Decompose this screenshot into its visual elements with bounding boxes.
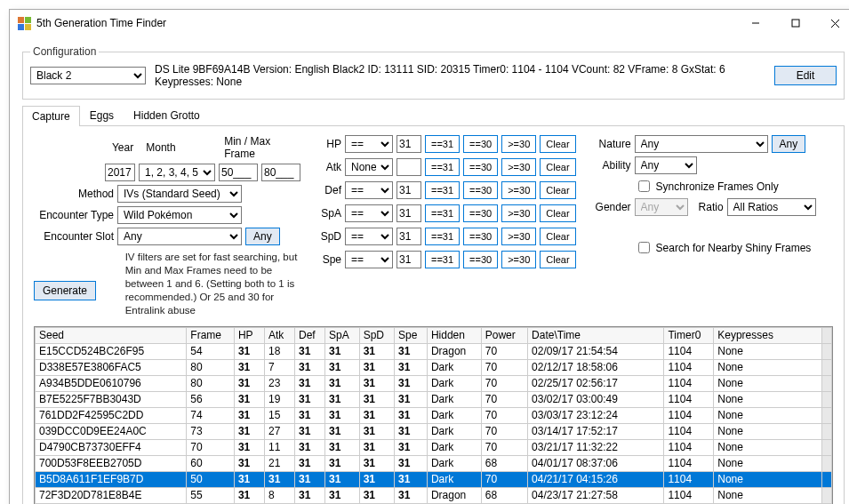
slot-any-button[interactable]: Any	[245, 228, 280, 245]
close-button[interactable]	[815, 11, 849, 36]
profile-select[interactable]: Black 2	[30, 67, 146, 84]
iv-spe-eq30[interactable]: ==30	[463, 251, 498, 268]
generate-button[interactable]: Generate	[34, 281, 96, 300]
col-frame[interactable]: Frame	[187, 327, 235, 343]
ability-select[interactable]: Any	[635, 156, 697, 174]
iv-def-ge30[interactable]: >=30	[501, 181, 536, 199]
ratio-select[interactable]: All Ratios	[727, 198, 816, 216]
iv-spa-eq30[interactable]: ==30	[463, 204, 498, 222]
svg-rect-1	[792, 20, 799, 27]
col-def[interactable]: Def	[295, 327, 325, 343]
tab-hidden-grotto[interactable]: Hidden Grotto	[124, 105, 210, 125]
shiny-frames-checkbox[interactable]	[638, 242, 650, 253]
iv-spa-clear[interactable]: Clear	[540, 204, 575, 222]
method-label: Method	[34, 188, 114, 200]
col-timer0[interactable]: Timer0	[664, 327, 714, 343]
iv-atk-value[interactable]	[396, 158, 421, 176]
iv-def-eq30[interactable]: ==30	[463, 181, 498, 199]
table-row[interactable]: 700D53F8EEB2705D60312131313131Dark6804/0…	[36, 455, 832, 471]
iv-atk-eq31[interactable]: ==31	[425, 158, 460, 176]
ability-label: Ability	[592, 159, 631, 172]
table-row[interactable]: A934B5DDE061079680312331313131Dark7002/2…	[36, 375, 832, 391]
encounter-type-select[interactable]: Wild Pokémon	[117, 206, 242, 224]
sync-frames-checkbox[interactable]	[638, 180, 650, 192]
iv-spa-eq31[interactable]: ==31	[425, 204, 460, 222]
max-frame-input[interactable]	[261, 164, 300, 181]
iv-hp-label: HP	[316, 138, 341, 150]
iv-def-label: Def	[316, 184, 341, 196]
iv-hp-value[interactable]	[396, 135, 421, 153]
iv-spd-value[interactable]	[396, 228, 421, 245]
iv-def-op[interactable]: ==	[345, 181, 393, 199]
iv-def-clear[interactable]: Clear	[540, 181, 575, 199]
table-row[interactable]: 72F3D20D781E8B4E5531831313131Dragon6804/…	[36, 487, 832, 503]
iv-def-value[interactable]	[396, 181, 421, 199]
edit-button[interactable]: Edit	[774, 66, 837, 85]
iv-atk-label: Atk	[316, 161, 341, 173]
shiny-frames-label: Search for Nearby Shiny Frames	[656, 242, 812, 254]
table-row[interactable]: 761DD2F42595C2DD74311531313131Dark7003/0…	[36, 407, 832, 423]
minimize-button[interactable]	[735, 11, 775, 36]
iv-spe-clear[interactable]: Clear	[540, 251, 575, 268]
iv-spa-ge30[interactable]: >=30	[501, 204, 536, 222]
iv-spe-eq31[interactable]: ==31	[425, 251, 460, 268]
col-date-time[interactable]: Date\Time	[528, 327, 664, 343]
app-icon	[17, 16, 31, 30]
frame-label: Min / Max Frame	[224, 135, 300, 160]
encounter-slot-label: Encounter Slot	[34, 230, 114, 243]
configuration-group: Configuration Black 2 DS Lite 9BF69A14B …	[22, 45, 845, 100]
encounter-slot-select[interactable]: Any	[117, 228, 242, 245]
col-hp[interactable]: HP	[234, 327, 264, 343]
iv-spa-op[interactable]: ==	[345, 204, 393, 222]
year-input[interactable]	[105, 164, 135, 181]
iv-spa-value[interactable]	[396, 204, 421, 222]
iv-spe-op[interactable]: ==	[345, 251, 393, 268]
nature-select[interactable]: Any	[635, 135, 768, 153]
iv-atk-clear[interactable]: Clear	[540, 158, 575, 176]
iv-spe-ge30[interactable]: >=30	[501, 251, 536, 268]
iv-spd-label: SpD	[316, 230, 341, 243]
col-hidden[interactable]: Hidden	[427, 327, 481, 343]
iv-spd-ge30[interactable]: >=30	[501, 228, 536, 245]
iv-atk-op[interactable]: None	[345, 158, 393, 176]
col-spd[interactable]: SpD	[359, 327, 394, 343]
encounter-type-label: Encounter Type	[34, 209, 114, 221]
min-frame-input[interactable]	[219, 164, 258, 181]
iv-spd-clear[interactable]: Clear	[540, 228, 575, 245]
table-row[interactable]: D338E57E3806FAC58031731313131Dark7002/12…	[36, 359, 832, 375]
tab-eggs[interactable]: Eggs	[80, 105, 124, 125]
col-spe[interactable]: Spe	[394, 327, 427, 343]
iv-spd-op[interactable]: ==	[345, 228, 393, 245]
iv-atk-ge30[interactable]: >=30	[501, 158, 536, 176]
table-row[interactable]: 039DCC0D9EE24A0C73312731313131Dark7003/1…	[36, 423, 832, 439]
iv-spd-eq31[interactable]: ==31	[425, 228, 460, 245]
iv-hp-eq30[interactable]: ==30	[463, 135, 498, 153]
col-power[interactable]: Power	[481, 327, 527, 343]
col-spa[interactable]: SpA	[325, 327, 360, 343]
sync-frames-label: Synchronize Frames Only	[656, 180, 779, 193]
table-row[interactable]: B7E5225F7BB3043D56311931313131Dark7003/0…	[36, 391, 832, 407]
table-row[interactable]: D4790CB73730EFF470311131313131Dark7003/2…	[36, 439, 832, 455]
iv-hp-eq31[interactable]: ==31	[425, 135, 460, 153]
iv-spa-label: SpA	[316, 207, 341, 220]
method-select[interactable]: IVs (Standard Seed)	[117, 185, 242, 203]
nature-any-button[interactable]: Any	[772, 135, 806, 153]
iv-atk-eq30[interactable]: ==30	[463, 158, 498, 176]
iv-spe-label: Spe	[316, 253, 341, 266]
col-keypresses[interactable]: Keypresses	[714, 327, 822, 343]
iv-spe-value[interactable]	[396, 251, 421, 268]
iv-def-eq31[interactable]: ==31	[425, 181, 460, 199]
col-atk[interactable]: Atk	[264, 327, 294, 343]
profile-summary: DS Lite 9BF69A14B Version: English Black…	[155, 63, 771, 88]
iv-hp-ge30[interactable]: >=30	[501, 135, 536, 153]
table-row[interactable]: B5D8A611F1EF9B7D50313131313131Dark7004/2…	[36, 471, 832, 487]
col-seed[interactable]: Seed	[36, 327, 187, 343]
results-table-container[interactable]: SeedFrameHPAtkDefSpASpDSpeHiddenPowerDat…	[34, 326, 833, 504]
month-select[interactable]: 1, 2, 3, 4, 5, 6	[139, 164, 215, 181]
iv-spd-eq30[interactable]: ==30	[463, 228, 498, 245]
maximize-button[interactable]	[775, 11, 815, 36]
table-row[interactable]: E15CCD524BC26F9554311831313131Dragon7002…	[36, 343, 832, 359]
iv-hp-op[interactable]: ==	[345, 135, 393, 153]
iv-hp-clear[interactable]: Clear	[540, 135, 575, 153]
tab-capture[interactable]: Capture	[22, 106, 80, 126]
